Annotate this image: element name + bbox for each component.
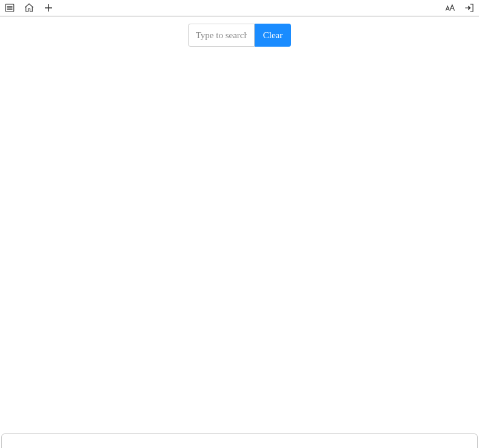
font-size-icon[interactable] [444,2,456,14]
home-icon[interactable] [23,2,35,14]
search-input[interactable] [188,24,255,47]
clear-button[interactable]: Clear [255,24,291,47]
add-icon[interactable] [42,2,55,14]
toolbar-left [4,2,55,14]
search-group: Clear [188,24,291,47]
enter-icon[interactable] [463,2,475,14]
toolbar [0,0,479,16]
main-content: Clear [0,16,479,47]
bottom-panel[interactable] [1,433,478,448]
toolbar-right [444,2,475,14]
list-icon[interactable] [4,2,16,14]
